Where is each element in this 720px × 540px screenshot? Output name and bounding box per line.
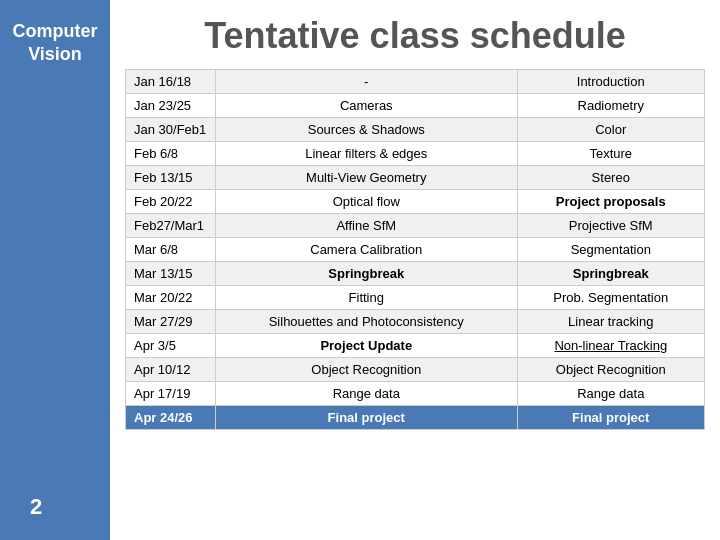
topic-cell: Range data [216,382,518,406]
date-cell: Apr 3/5 [126,334,216,358]
topic-cell: Fitting [216,286,518,310]
table-row: Apr 3/5Project UpdateNon-linear Tracking [126,334,705,358]
date-cell: Mar 27/29 [126,310,216,334]
date-cell: Apr 24/26 [126,406,216,430]
right-cell: Texture [517,142,704,166]
right-cell: Introduction [517,70,704,94]
date-cell: Jan 23/25 [126,94,216,118]
topic-cell: - [216,70,518,94]
date-cell: Apr 17/19 [126,382,216,406]
right-cell: Color [517,118,704,142]
topic-cell: Sources & Shadows [216,118,518,142]
date-cell: Feb 13/15 [126,166,216,190]
table-row: Apr 10/12Object RecognitionObject Recogn… [126,358,705,382]
date-cell: Mar 6/8 [126,238,216,262]
table-row: Feb 6/8Linear filters & edgesTexture [126,142,705,166]
sidebar-title: Computer Vision [13,20,98,67]
table-row: Mar 6/8Camera CalibrationSegmentation [126,238,705,262]
table-row: Jan 16/18-Introduction [126,70,705,94]
table-row: Feb 13/15Multi-View GeometryStereo [126,166,705,190]
table-row: Jan 30/Feb1Sources & ShadowsColor [126,118,705,142]
topic-cell: Linear filters & edges [216,142,518,166]
main-content: Tentative class schedule Jan 16/18-Intro… [110,0,720,540]
table-row: Mar 27/29Silhouettes and Photoconsistenc… [126,310,705,334]
topic-cell: Multi-View Geometry [216,166,518,190]
right-cell: Radiometry [517,94,704,118]
topic-cell: Object Recognition [216,358,518,382]
topic-cell: Camera Calibration [216,238,518,262]
right-cell: Final project [517,406,704,430]
right-cell: Springbreak [517,262,704,286]
right-cell: Projective SfM [517,214,704,238]
right-cell: Range data [517,382,704,406]
right-cell: Linear tracking [517,310,704,334]
date-cell: Feb 6/8 [126,142,216,166]
sidebar: Computer Vision 2 [0,0,110,540]
date-cell: Jan 16/18 [126,70,216,94]
table-row: Feb 20/22Optical flowProject proposals [126,190,705,214]
topic-cell: Project Update [216,334,518,358]
date-cell: Feb 20/22 [126,190,216,214]
schedule-table: Jan 16/18-IntroductionJan 23/25CamerasRa… [125,69,705,430]
table-row: Apr 24/26Final projectFinal project [126,406,705,430]
table-row: Mar 13/15SpringbreakSpringbreak [126,262,705,286]
table-row: Jan 23/25CamerasRadiometry [126,94,705,118]
topic-cell: Affine SfM [216,214,518,238]
date-cell: Feb27/Mar1 [126,214,216,238]
right-cell: Stereo [517,166,704,190]
right-cell: Object Recognition [517,358,704,382]
date-cell: Mar 13/15 [126,262,216,286]
right-cell: Prob. Segmentation [517,286,704,310]
date-cell: Apr 10/12 [126,358,216,382]
table-row: Feb27/Mar1Affine SfMProjective SfM [126,214,705,238]
topic-cell: Cameras [216,94,518,118]
page-title: Tentative class schedule [125,15,705,57]
date-cell: Jan 30/Feb1 [126,118,216,142]
table-row: Apr 17/19Range dataRange data [126,382,705,406]
topic-cell: Silhouettes and Photoconsistency [216,310,518,334]
date-cell: Mar 20/22 [126,286,216,310]
topic-cell: Final project [216,406,518,430]
table-row: Mar 20/22FittingProb. Segmentation [126,286,705,310]
topic-cell: Optical flow [216,190,518,214]
right-cell: Non-linear Tracking [517,334,704,358]
topic-cell: Springbreak [216,262,518,286]
right-cell: Segmentation [517,238,704,262]
right-cell: Project proposals [517,190,704,214]
slide-number: 2 [30,494,42,520]
